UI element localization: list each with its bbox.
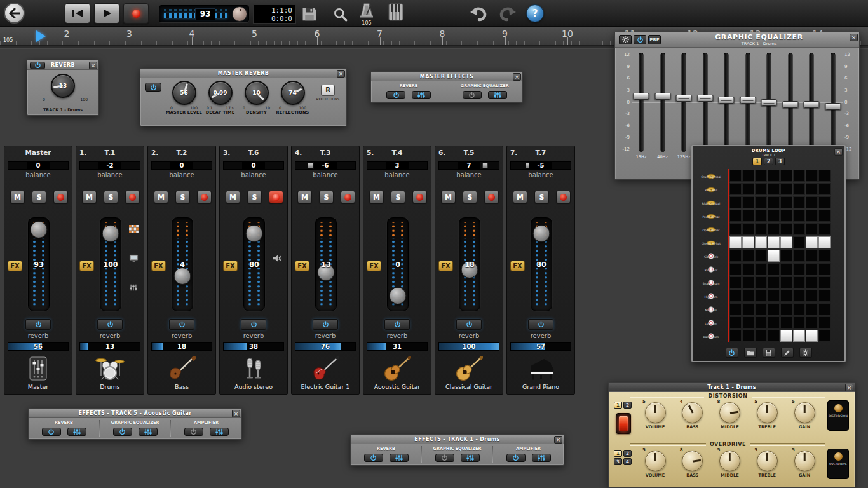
step-cell[interactable] (818, 276, 831, 288)
fader-handle[interactable] (390, 287, 407, 304)
fader-handle[interactable] (102, 225, 119, 242)
pattern-button-1[interactable]: 1 (752, 158, 762, 165)
channel-toggle-1[interactable]: 1 (614, 450, 622, 457)
step-cell[interactable] (793, 210, 805, 222)
step-cell[interactable] (755, 210, 767, 222)
step-cell[interactable] (806, 210, 818, 222)
fx-button[interactable]: FX (367, 261, 381, 271)
fader-handle[interactable] (533, 225, 550, 242)
channel-toggle-1[interactable]: 1 (614, 402, 622, 409)
eq-band-handle[interactable] (804, 101, 820, 108)
step-cell[interactable] (818, 170, 831, 182)
step-cell[interactable] (729, 170, 742, 182)
step-cell[interactable] (818, 303, 831, 315)
step-cell[interactable] (768, 303, 780, 315)
eq-band-handle[interactable] (719, 97, 735, 104)
step-cell[interactable] (729, 250, 742, 262)
step-cell[interactable] (818, 196, 831, 208)
record-arm-button[interactable] (412, 191, 427, 203)
step-cell[interactable] (793, 196, 805, 208)
close-button[interactable]: × (554, 436, 562, 444)
knob[interactable]: 56 (172, 81, 196, 105)
drum-label[interactable]: High Tom (695, 289, 727, 302)
step-cell[interactable] (768, 290, 780, 302)
step-cell[interactable] (793, 263, 805, 275)
step-cell[interactable] (755, 236, 767, 248)
power-button[interactable] (364, 454, 383, 462)
step-cell[interactable] (818, 250, 831, 262)
eq-band-2[interactable] (654, 53, 671, 152)
eq-band-handle[interactable] (676, 95, 692, 102)
solo-button[interactable]: S (319, 191, 334, 203)
step-cell[interactable] (793, 223, 805, 235)
rewind-button[interactable] (65, 3, 90, 24)
step-cell[interactable] (729, 210, 742, 222)
reverb-power-button[interactable] (241, 319, 266, 330)
volume-fader[interactable]: 80 (531, 217, 552, 311)
power-button[interactable] (145, 83, 161, 92)
step-cell[interactable] (742, 196, 754, 208)
step-cell[interactable] (755, 276, 767, 288)
eq-band-handle[interactable] (634, 93, 649, 100)
knob[interactable] (682, 402, 703, 423)
equalizer-settings-button[interactable] (461, 454, 480, 462)
step-cell[interactable] (806, 276, 818, 288)
solo-button[interactable]: S (534, 191, 549, 203)
step-cell[interactable] (755, 290, 767, 302)
reverb-level-knob[interactable]: 13 (51, 74, 75, 98)
step-cell[interactable] (780, 170, 792, 182)
balance-handle[interactable] (482, 163, 488, 168)
step-cell[interactable] (806, 263, 818, 275)
reflections-button[interactable]: R (321, 85, 335, 96)
close-button[interactable]: × (337, 70, 345, 78)
window-titlebar[interactable]: Track 1 - Drums × (609, 383, 855, 392)
reverb-power-button[interactable] (528, 319, 553, 330)
step-cell[interactable] (729, 223, 742, 235)
knob[interactable] (719, 451, 740, 471)
mute-button[interactable]: M (441, 191, 456, 203)
step-cell[interactable] (806, 303, 818, 315)
equalizer-settings-button[interactable] (390, 454, 409, 462)
solo-button[interactable]: S (32, 191, 46, 203)
step-cell[interactable] (806, 250, 818, 262)
mute-button[interactable]: M (154, 191, 168, 203)
step-cell[interactable] (729, 316, 742, 329)
window-titlebar[interactable]: EFFECTS - TRACK 5 - Acoustic Guitar × (29, 409, 241, 418)
window-titlebar[interactable]: REVERB × (27, 60, 98, 70)
tempo-display[interactable]: 93 (159, 5, 249, 22)
step-cell[interactable] (768, 316, 780, 329)
solo-button[interactable]: S (391, 191, 405, 203)
pattern-button-3[interactable]: 3 (775, 158, 785, 165)
eq-band-handle[interactable] (761, 99, 777, 106)
channel-toggle-2[interactable]: 2 (623, 450, 632, 457)
zoom-button[interactable] (330, 6, 349, 22)
record-button[interactable] (123, 3, 149, 24)
record-arm-button[interactable] (341, 191, 355, 203)
reverb-amount-bar[interactable]: 18 (151, 342, 212, 351)
step-cell[interactable] (755, 316, 767, 329)
sliders-icon[interactable] (127, 282, 140, 292)
step-cell[interactable] (793, 290, 805, 302)
eq-band-handle[interactable] (654, 93, 670, 100)
back-button[interactable] (4, 3, 25, 24)
step-cell[interactable] (755, 223, 767, 235)
redo-button[interactable] (498, 6, 517, 22)
step-cell[interactable] (729, 290, 742, 302)
step-cell[interactable] (818, 210, 831, 222)
knob[interactable]: 10 (245, 81, 269, 105)
balance-slider[interactable]: 0 (223, 161, 284, 170)
record-arm-button[interactable] (556, 191, 571, 203)
drum-label[interactable]: Ride Bell (695, 182, 727, 196)
step-cell[interactable] (755, 303, 767, 315)
fx-slot-distorsion[interactable]: DISTORSION (827, 400, 849, 431)
step-cell[interactable] (729, 263, 742, 275)
step-cell[interactable] (742, 276, 754, 288)
settings-button[interactable] (619, 35, 632, 44)
step-cell[interactable] (793, 236, 805, 248)
reverb-power-button[interactable] (384, 319, 410, 330)
playhead-marker[interactable] (36, 30, 46, 42)
fx-button[interactable]: FX (8, 261, 22, 271)
step-cell[interactable] (806, 183, 818, 195)
balance-slider[interactable]: -2 (79, 161, 140, 170)
step-cell[interactable] (818, 263, 831, 275)
